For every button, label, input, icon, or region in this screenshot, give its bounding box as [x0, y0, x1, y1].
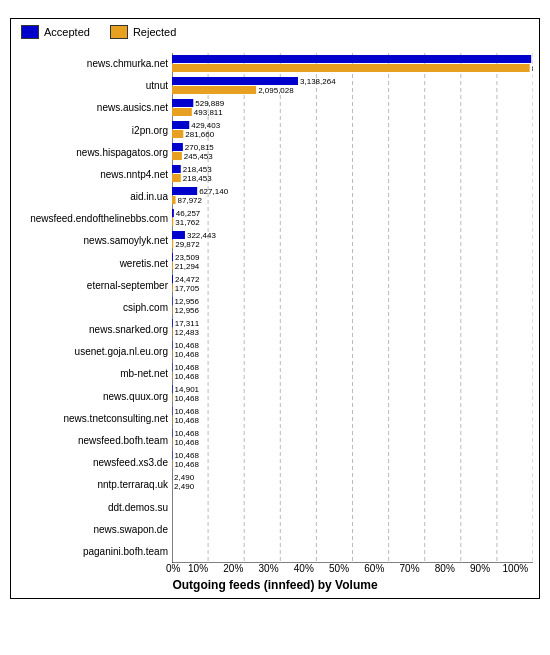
svg-text:10,468: 10,468 [174, 341, 199, 350]
y-axis-label: usenet.goja.nl.eu.org [75, 341, 168, 363]
y-axis-label: eternal-september [87, 275, 168, 297]
svg-text:29,872: 29,872 [175, 240, 200, 249]
rejected-legend-box [110, 25, 128, 39]
svg-text:10,468: 10,468 [174, 394, 199, 403]
accepted-legend-label: Accepted [44, 26, 90, 38]
y-axis-label: news.ausics.net [97, 97, 168, 119]
y-axis-label: news.snarked.org [89, 319, 168, 341]
svg-rect-28 [172, 143, 183, 151]
svg-rect-32 [172, 165, 181, 173]
legend: Accepted Rejected [11, 19, 539, 43]
y-axis-label: nntp.terraraq.uk [97, 474, 168, 496]
svg-text:245,453: 245,453 [184, 152, 213, 161]
y-axis-label: news.tnetconsulting.net [63, 408, 168, 430]
svg-rect-72 [172, 385, 173, 393]
svg-text:12,956: 12,956 [175, 297, 200, 306]
svg-rect-40 [172, 209, 174, 217]
chart-container: Accepted Rejected news.chmurka.netutnutn… [0, 0, 550, 655]
x-axis-label: 100% [498, 563, 533, 574]
svg-text:8,906,507: 8,906,507 [532, 64, 533, 73]
svg-rect-38 [172, 196, 176, 204]
svg-text:322,443: 322,443 [187, 231, 216, 240]
x-axis-label: 70% [392, 563, 427, 574]
svg-text:2,490: 2,490 [174, 482, 195, 491]
y-axis-label: aid.in.ua [130, 186, 168, 208]
svg-text:627,140: 627,140 [199, 187, 228, 196]
y-axis-label: news.hispagatos.org [76, 142, 168, 164]
svg-rect-56 [172, 297, 173, 305]
y-axis-label: newsfeed.endofthelinebbs.com [30, 208, 168, 230]
y-axis-label: ddt.demos.su [108, 497, 168, 519]
svg-text:12,956: 12,956 [175, 306, 200, 315]
y-axis-label: news.nntp4.net [100, 164, 168, 186]
svg-rect-50 [172, 262, 173, 270]
svg-text:21,294: 21,294 [175, 262, 200, 271]
svg-text:10,468: 10,468 [174, 416, 199, 425]
x-axis-label: 30% [251, 563, 286, 574]
y-axis-label: news.chmurka.net [87, 53, 168, 75]
svg-text:10,468: 10,468 [174, 372, 199, 381]
svg-text:17,311: 17,311 [175, 319, 200, 328]
x-axis-label: 50% [321, 563, 356, 574]
svg-rect-20 [172, 99, 193, 107]
svg-rect-62 [172, 328, 173, 336]
y-axis-label: weretis.net [120, 253, 168, 275]
legend-rejected: Rejected [110, 25, 176, 39]
y-axis-label: newsfeed.bofh.team [78, 430, 168, 452]
svg-text:87,972: 87,972 [178, 196, 203, 205]
svg-rect-52 [172, 275, 173, 283]
x-axis-label: 20% [216, 563, 251, 574]
y-axis-label: paganini.bofh.team [83, 541, 168, 563]
svg-rect-12 [172, 55, 531, 63]
svg-rect-18 [172, 86, 256, 94]
y-axis-label: news.swapon.de [94, 519, 169, 541]
svg-rect-58 [172, 306, 173, 314]
svg-text:17,705: 17,705 [175, 284, 200, 293]
chart-title: Outgoing feeds (innfeed) by Volume [11, 578, 539, 598]
svg-text:3,138,264: 3,138,264 [300, 77, 336, 86]
svg-rect-54 [172, 284, 173, 292]
svg-rect-26 [172, 130, 183, 138]
svg-text:529,889: 529,889 [195, 99, 224, 108]
svg-rect-22 [172, 108, 192, 116]
y-axis-label: utnut [146, 75, 168, 97]
y-axis-label: news.samoylyk.net [84, 230, 168, 252]
bars-area: 8,943,9138,906,5073,138,2642,095,028529,… [172, 53, 533, 563]
x-axis-label: 40% [286, 563, 321, 574]
svg-rect-16 [172, 77, 298, 85]
legend-accepted: Accepted [21, 25, 90, 39]
svg-text:218,453: 218,453 [183, 174, 212, 183]
svg-text:281,660: 281,660 [185, 130, 214, 139]
y-axis-label: newsfeed.xs3.de [93, 452, 168, 474]
svg-text:10,468: 10,468 [174, 429, 199, 438]
svg-text:429,403: 429,403 [191, 121, 220, 130]
x-axis-label: 0% [166, 563, 180, 574]
svg-rect-44 [172, 231, 185, 239]
y-axis-label: csiph.com [123, 297, 168, 319]
svg-text:218,453: 218,453 [183, 165, 212, 174]
chart-border: Accepted Rejected news.chmurka.netutnutn… [10, 18, 540, 599]
svg-text:10,468: 10,468 [174, 438, 199, 447]
svg-rect-42 [172, 218, 173, 226]
x-axis-label: 60% [357, 563, 392, 574]
svg-rect-34 [172, 174, 181, 182]
svg-text:24,472: 24,472 [175, 275, 200, 284]
svg-text:2,490: 2,490 [174, 473, 195, 482]
svg-text:23,509: 23,509 [175, 253, 200, 262]
svg-text:10,468: 10,468 [174, 460, 199, 469]
svg-text:10,468: 10,468 [174, 350, 199, 359]
svg-text:270,815: 270,815 [185, 143, 214, 152]
svg-text:493,811: 493,811 [194, 108, 223, 117]
y-axis-labels: news.chmurka.netutnutnews.ausics.neti2pn… [17, 53, 172, 563]
svg-text:31,762: 31,762 [175, 218, 200, 227]
svg-text:2,095,028: 2,095,028 [258, 86, 294, 95]
svg-rect-60 [172, 319, 173, 327]
svg-rect-30 [172, 152, 182, 160]
x-axis: 0%10%20%30%40%50%60%70%80%90%100% [166, 563, 533, 574]
y-axis-label: news.quux.org [103, 386, 168, 408]
svg-rect-14 [172, 64, 530, 72]
chart-svg: 8,943,9138,906,5073,138,2642,095,028529,… [172, 53, 533, 563]
y-axis-label: i2pn.org [132, 120, 168, 142]
svg-rect-36 [172, 187, 197, 195]
svg-text:14,901: 14,901 [175, 385, 200, 394]
